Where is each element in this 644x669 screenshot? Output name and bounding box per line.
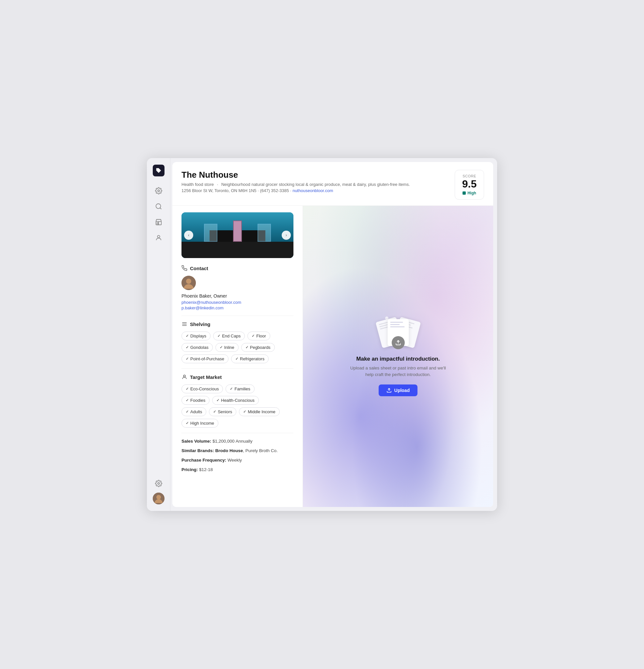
user-avatar[interactable]	[153, 493, 164, 504]
address-text: 1256 Bloor St W, Toronto, ON M6H 1N5	[181, 188, 257, 193]
pricing-label: Pricing:	[181, 467, 198, 472]
left-panel: ‹ › Contact Phoenix	[172, 206, 303, 507]
contact-title-text: Contact	[190, 266, 208, 271]
target-market-title-text: Target Market	[190, 374, 222, 380]
shelving-icon	[181, 321, 187, 327]
search-nav-icon[interactable]	[152, 200, 165, 213]
tag-gondolas: ✓Gondolas	[181, 343, 213, 352]
separator-dot: ·	[217, 182, 218, 187]
shelving-tags-row-1: ✓Displays ✓End Caps ✓Floor	[181, 331, 293, 340]
website-text[interactable]: nuthouseonbloor.com	[292, 188, 333, 193]
divider-3	[181, 433, 293, 433]
purchase-freq-label: Purchase Frequency:	[181, 458, 226, 462]
target-tags-row-4: ✓High Income	[181, 419, 293, 428]
svg-rect-5	[157, 223, 158, 225]
purchase-freq-row: Purchase Frequency: Weekly	[181, 457, 293, 464]
upload-button[interactable]: Upload	[379, 384, 418, 396]
score-badge: Score 9.5 High	[455, 170, 484, 200]
svg-line-2	[160, 208, 161, 209]
phone-text: (647) 352-3385	[260, 188, 289, 193]
contact-avatar	[181, 276, 196, 290]
contact-avatar-image	[181, 276, 196, 290]
store-type: Health food store	[181, 182, 214, 187]
tag-displays: ✓Displays	[181, 331, 210, 340]
store-image	[181, 212, 293, 258]
shelving-title-text: Shelving	[190, 322, 210, 327]
tag-middle-income: ✓Middle Income	[239, 407, 280, 416]
body-split: ‹ › Contact Phoenix	[172, 206, 493, 507]
pricing-value: $12-18	[199, 467, 213, 472]
tag-families: ✓Families	[225, 384, 254, 393]
tag-floor: ✓Floor	[247, 331, 270, 340]
score-level: High	[461, 191, 478, 195]
upload-button-label: Upload	[394, 388, 410, 393]
svg-point-7	[158, 483, 160, 484]
similar-brands-value1: Brodo House	[216, 448, 243, 453]
target-tags-row-2: ✓Foodies ✓Health-Conscious	[181, 396, 293, 405]
tag-point-of-purchase: ✓Point-of-Purchase	[181, 354, 229, 363]
store-meta: Health food store · Neighbourhood natura…	[181, 182, 410, 187]
sales-volume-row: Sales Volume: $1,200,000 Annually	[181, 438, 293, 445]
similar-brands-value2: Purely Broth Co.	[246, 448, 278, 453]
svg-point-11	[186, 279, 191, 284]
right-panel: Make an impactful introduction. Upload a…	[303, 206, 493, 507]
target-tags-row-3: ✓Adults ✓Seniors ✓Middle Income	[181, 407, 293, 416]
store-description: Neighbourhood natural grocer stocking lo…	[221, 182, 410, 187]
score-label: Score	[461, 174, 478, 178]
tag-foodies: ✓Foodies	[181, 396, 209, 405]
similar-brands-row: Similar Brands: Brodo House, Purely Brot…	[181, 448, 293, 454]
upload-circle-icon	[392, 336, 405, 349]
tag-refrigerators: ✓Refrigerators	[231, 354, 269, 363]
store-name: The Nuthouse	[181, 170, 410, 180]
person-nav-icon[interactable]	[152, 231, 165, 244]
pricing-row: Pricing: $12-18	[181, 467, 293, 473]
store-nav-icon[interactable]	[152, 216, 165, 229]
upload-button-icon	[386, 388, 392, 393]
tag-eco-conscious: ✓Eco-Conscious	[181, 384, 223, 393]
sidebar	[147, 158, 171, 511]
purchase-freq-value: Weekly	[228, 458, 242, 462]
contact-name: Phoenix Baker, Owner	[181, 293, 293, 299]
target-market-icon	[181, 374, 187, 380]
store-info: The Nuthouse Health food store · Neighbo…	[181, 170, 410, 193]
store-photo: ‹ ›	[181, 212, 293, 258]
store-address: 1256 Bloor St W, Toronto, ON M6H 1N5 · (…	[181, 188, 410, 193]
photo-next-button[interactable]: ›	[282, 231, 291, 240]
app-logo[interactable]	[153, 165, 164, 176]
tag-health-conscious: ✓Health-Conscious	[212, 396, 259, 405]
shelving-section-title: Shelving	[181, 321, 293, 327]
svg-point-1	[156, 204, 161, 209]
bottom-settings-icon[interactable]	[152, 477, 165, 490]
upload-title: Make an impactful introduction.	[356, 356, 440, 362]
target-market-section-title: Target Market	[181, 374, 293, 380]
photo-prev-button[interactable]: ‹	[184, 231, 193, 240]
similar-brands-sep: ,	[243, 448, 246, 453]
contact-email[interactable]: phoenix@nuthouseonbloor.com	[181, 300, 293, 305]
svg-point-9	[156, 495, 161, 499]
upload-illustration	[379, 316, 418, 349]
svg-point-6	[157, 236, 160, 238]
score-level-indicator	[463, 191, 466, 195]
tag-adults: ✓Adults	[181, 407, 206, 416]
target-tags-row-1: ✓Eco-Conscious ✓Families	[181, 384, 293, 393]
tag-pegboards: ✓Pegboards	[241, 343, 275, 352]
tag-end-caps: ✓End Caps	[213, 331, 245, 340]
upload-description: Upload a sales sheet or past intro email…	[346, 365, 451, 378]
upload-card: Make an impactful introduction. Upload a…	[346, 316, 451, 397]
sales-volume-label: Sales Volume:	[181, 439, 211, 444]
contact-icon	[181, 265, 187, 271]
svg-point-15	[184, 375, 186, 377]
settings-nav-icon[interactable]	[152, 184, 165, 197]
tag-high-income: ✓High Income	[181, 419, 218, 428]
score-level-text: High	[467, 191, 476, 195]
contact-linkedin[interactable]: p.baker@linkedin.com	[181, 305, 293, 310]
main-content: The Nuthouse Health food store · Neighbo…	[172, 162, 493, 507]
shelving-tags-row-2: ✓Gondolas ✓Inline ✓Pegboards	[181, 343, 293, 352]
tag-seniors: ✓Seniors	[209, 407, 236, 416]
similar-brands-label: Similar Brands:	[181, 448, 214, 453]
store-header: The Nuthouse Health food store · Neighbo…	[172, 162, 493, 206]
shelving-tags-row-3: ✓Point-of-Purchase ✓Refrigerators	[181, 354, 293, 363]
sales-volume-value: $1,200,000 Annually	[213, 439, 252, 444]
divider-1	[181, 315, 293, 316]
contact-section-title: Contact	[181, 265, 293, 271]
